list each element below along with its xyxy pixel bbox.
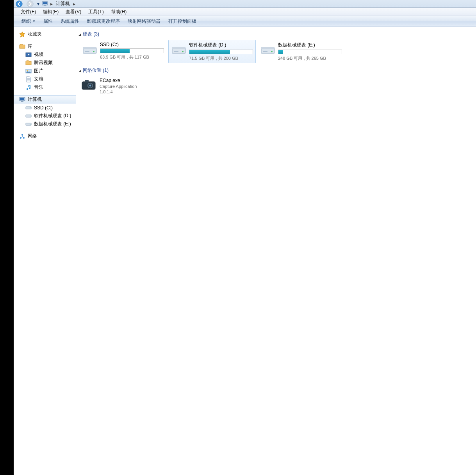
sidebar-item-music[interactable]: 音乐: [14, 83, 76, 91]
sidebar-item-tencent-video[interactable]: 腾讯视频: [14, 59, 76, 67]
sidebar-item-drive-d[interactable]: 软件机械硬盘 (D:): [14, 112, 76, 120]
network-item[interactable]: ECap.exeCapture Application1.0.1.4: [79, 76, 196, 96]
computer-icon: [19, 96, 25, 103]
drive-item[interactable]: 软件机械硬盘 (D:)71.5 GB 可用 , 共 200 GB: [168, 40, 256, 63]
folder-icon: [25, 60, 32, 66]
organize-label: 组织: [21, 18, 31, 25]
drive-info: SSD (C:)63.9 GB 可用 , 共 117 GB: [100, 42, 164, 60]
network-icon: [19, 133, 25, 139]
sidebar-network[interactable]: 网络: [14, 132, 76, 140]
music-icon: [25, 84, 32, 91]
menu-file[interactable]: 文件(F): [18, 8, 39, 16]
section-title: 网络位置 (1): [83, 67, 109, 74]
drive-item[interactable]: 数据机械硬盘 (E:)248 GB 可用 , 共 265 GB: [257, 40, 345, 63]
properties-button[interactable]: 属性: [39, 16, 57, 26]
menu-help[interactable]: 帮助(H): [108, 8, 130, 16]
svg-point-36: [89, 85, 91, 87]
drive-name: 数据机械硬盘 (E:): [278, 42, 342, 48]
sidebar-library-label: 库: [28, 43, 32, 50]
svg-point-1: [27, 0, 34, 7]
usage-bar: [189, 50, 253, 54]
drive-name: SSD (C:): [100, 42, 164, 47]
sidebar-item-label: 文档: [34, 76, 43, 82]
network-items-list: ECap.exeCapture Application1.0.1.4: [78, 76, 474, 96]
drive-icon: [171, 42, 187, 57]
svg-rect-4: [44, 5, 46, 6]
command-bar: 组织▼ 属性 系统属性 卸载或更改程序 映射网络驱动器 打开控制面板: [14, 16, 476, 27]
network-item-version: 1.0.1.4: [100, 89, 137, 94]
sidebar-library[interactable]: 库: [14, 42, 76, 50]
sidebar-computer-label: 计算机: [28, 96, 42, 103]
svg-point-16: [30, 124, 30, 125]
map-network-drive-button[interactable]: 映射网络驱动器: [124, 16, 164, 26]
sidebar-item-label: SSD (C:): [34, 105, 53, 111]
drive-icon: [25, 113, 32, 119]
sidebar-favorites[interactable]: 收藏夹: [14, 30, 76, 38]
uninstall-program-button[interactable]: 卸载或更改程序: [83, 16, 124, 26]
network-item-desc: Capture Application: [100, 84, 137, 89]
open-control-panel-button[interactable]: 打开控制面板: [164, 16, 200, 26]
star-icon: [19, 31, 25, 38]
explorer-window: ▾ ▸ 计算机 ▸ 文件(F) 编辑(E) 查看(V) 工具(T) 帮助(H) …: [14, 0, 476, 475]
breadcrumb-location[interactable]: 计算机: [54, 0, 71, 7]
svg-rect-9: [20, 98, 24, 100]
network-item-name: ECap.exe: [100, 78, 137, 83]
svg-rect-10: [21, 101, 23, 102]
sidebar-item-label: 腾讯视频: [34, 59, 53, 66]
svg-point-26: [182, 51, 184, 52]
sidebar-item-documents[interactable]: 文档: [14, 75, 76, 83]
sidebar-item-drive-c[interactable]: SSD (C:): [14, 104, 76, 112]
chevron-right-icon[interactable]: ▸: [49, 1, 54, 7]
section-title: 硬盘 (3): [83, 31, 99, 38]
drive-usage-text: 63.9 GB 可用 , 共 117 GB: [100, 54, 164, 60]
svg-rect-27: [174, 51, 178, 52]
drive-usage-text: 71.5 GB 可用 , 共 200 GB: [189, 55, 253, 61]
section-header-network[interactable]: ◢ 网络位置 (1): [78, 66, 474, 76]
breadcrumb[interactable]: ▸ 计算机 ▸: [41, 0, 78, 7]
drive-icon: [25, 105, 32, 111]
organize-button[interactable]: 组织▼: [18, 16, 39, 26]
caret-down-icon: ▼: [32, 20, 36, 23]
sidebar-computer[interactable]: 计算机: [14, 95, 76, 104]
drives-list: SSD (C:)63.9 GB 可用 , 共 117 GB软件机械硬盘 (D:)…: [78, 40, 474, 63]
sidebar-network-label: 网络: [28, 133, 37, 139]
svg-point-12: [30, 107, 30, 108]
sidebar-item-label: 数据机械硬盘 (E:): [34, 121, 71, 127]
drive-info: 数据机械硬盘 (E:)248 GB 可用 , 共 265 GB: [278, 42, 342, 61]
section-header-hdd[interactable]: ◢ 硬盘 (3): [78, 30, 474, 40]
svg-point-30: [271, 51, 273, 52]
document-icon: [25, 76, 32, 82]
drive-icon: [25, 121, 32, 127]
back-button[interactable]: [14, 0, 25, 8]
menu-view[interactable]: 查看(V): [62, 8, 84, 16]
sidebar-item-label: 软件机械硬盘 (D:): [34, 112, 71, 119]
navigation-pane: 收藏夹 库 视频 腾讯视频 图片: [14, 27, 76, 475]
drive-item[interactable]: SSD (C:)63.9 GB 可用 , 共 117 GB: [79, 40, 167, 63]
menu-edit[interactable]: 编辑(E): [40, 8, 62, 16]
drive-usage-text: 248 GB 可用 , 共 265 GB: [278, 55, 342, 61]
collapse-icon: ◢: [78, 32, 81, 36]
collapse-icon: ◢: [78, 69, 81, 73]
sidebar-item-drive-e[interactable]: 数据机械硬盘 (E:): [14, 120, 76, 128]
svg-rect-23: [85, 51, 89, 52]
sidebar-item-videos[interactable]: 视频: [14, 50, 76, 59]
pictures-icon: [25, 68, 32, 74]
svg-rect-3: [43, 2, 47, 4]
drive-info: 软件机械硬盘 (D:)71.5 GB 可用 , 共 200 GB: [189, 42, 253, 61]
nav-strip: ▾ ▸ 计算机 ▸: [14, 0, 476, 8]
chevron-right-icon[interactable]: ▸: [71, 1, 77, 7]
forward-button[interactable]: [25, 0, 36, 8]
sidebar-item-label: 图片: [34, 68, 43, 74]
usage-bar: [100, 48, 164, 53]
svg-rect-33: [85, 80, 89, 82]
svg-rect-29: [261, 47, 275, 49]
sidebar-favorites-label: 收藏夹: [28, 31, 42, 38]
usage-bar: [278, 50, 342, 54]
sidebar-item-pictures[interactable]: 图片: [14, 67, 76, 75]
menu-tools[interactable]: 工具(T): [85, 8, 107, 16]
svg-point-0: [16, 0, 23, 7]
nav-history-dropdown[interactable]: ▾: [36, 0, 41, 7]
svg-rect-25: [172, 47, 185, 49]
system-properties-button[interactable]: 系统属性: [57, 16, 83, 26]
network-item-info: ECap.exeCapture Application1.0.1.4: [100, 78, 137, 94]
